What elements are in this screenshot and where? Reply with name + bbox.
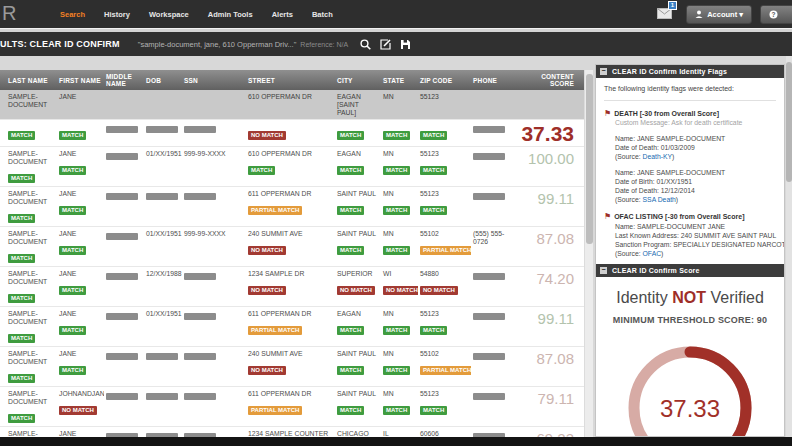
cell-value: 01/XX/1951 — [146, 150, 179, 158]
source-link[interactable]: Death-KY — [643, 153, 672, 160]
flag-detail-line: Date of Death: 01/03/2009 — [615, 143, 776, 152]
table-cell — [182, 430, 246, 437]
help-button[interactable]: ? — [760, 5, 792, 24]
cell-value: SAINT PAUL — [337, 390, 378, 398]
result-row[interactable]: SAMPLE-DOCUMENTMATCHJANEMATCH611 OPPERMA… — [0, 186, 584, 226]
result-row[interactable]: SAMPLE-DOCUMENTMATCHJANEMATCH12/XX/19881… — [0, 266, 584, 306]
table-cell — [104, 190, 144, 224]
match-badge: MATCH — [383, 166, 410, 175]
table-cell: SAINT PAULMATCH — [335, 390, 381, 424]
result-row[interactable]: SAMPLE-DOCUMENTMATCHJANEMATCH240 SUMMIT … — [0, 346, 584, 386]
redacted-value-bar — [146, 193, 178, 200]
table-cell — [144, 190, 182, 224]
nav-history[interactable]: History — [104, 10, 130, 19]
table-cell: 55123MATCH — [418, 390, 471, 424]
table-cell — [471, 270, 518, 304]
save-icon[interactable] — [400, 39, 411, 50]
overall-match-row[interactable]: MATCHMATCHNO MATCHMATCHMATCHMATCH37.33 — [0, 119, 584, 146]
collapse-icon[interactable]: − — [600, 68, 607, 75]
nav-admin-tools[interactable]: Admin Tools — [208, 10, 253, 19]
table-cell: JANEMATCH — [57, 270, 104, 304]
redacted-value-bar — [106, 353, 138, 360]
cell-value: 1234 SAMPLE COUNTER BLVD — [248, 430, 332, 437]
results-table: LAST NAME FIRST NAME MIDDLE NAME DOB SSN… — [0, 70, 584, 437]
table-scrollbar[interactable] — [584, 70, 593, 437]
match-badge: MATCH — [383, 366, 410, 375]
col-zip-code: ZIP CODE — [418, 77, 471, 84]
redacted-value-bar — [184, 193, 216, 200]
table-scrollbar-thumb[interactable] — [586, 74, 593, 244]
table-cell: 611 OPPERMAN DRPARTIAL MATCH — [246, 190, 335, 224]
messages-button[interactable]: 1 — [657, 5, 672, 23]
col-dob: DOB — [144, 77, 182, 84]
table-cell — [471, 310, 518, 344]
table-cell — [471, 430, 518, 437]
panel-scrollbar[interactable] — [786, 56, 792, 437]
table-cell: 01/XX/1951 — [144, 230, 182, 264]
cell-value: MN — [383, 310, 415, 318]
nav-batch[interactable]: Batch — [312, 10, 333, 19]
cell-value: MN — [383, 150, 415, 158]
panel-scrollbar-thumb[interactable] — [786, 62, 792, 182]
table-cell: 54880NO MATCH — [418, 270, 471, 304]
result-row[interactable]: SAMPLE-DOCUMENTMATCHJANEMATCH01/XX/19519… — [0, 146, 584, 186]
source-link[interactable]: SSA Death — [643, 196, 676, 203]
redacted-value-bar — [473, 153, 505, 160]
cell-value: JANE — [59, 350, 101, 358]
redacted-value-bar — [146, 353, 178, 360]
cell-value: SAINT PAUL — [337, 350, 378, 358]
search-icon[interactable] — [360, 39, 371, 50]
nav-search[interactable]: Search — [60, 10, 85, 19]
table-cell — [471, 123, 518, 144]
source-line: (Source: OFAC) — [615, 249, 776, 258]
identity-verdict: Identity NOT Verified — [596, 289, 784, 307]
match-badge: MATCH — [59, 206, 86, 215]
result-row[interactable]: SAMPLE-DOCUMENTMATCHJANEMATCH01/XX/19516… — [0, 306, 584, 346]
result-row[interactable]: SAMPLE-DOCUMENTMATCHJANEMATCH1234 SAMPLE… — [0, 426, 584, 437]
content-score-value: 69.23 — [518, 430, 584, 437]
cell-value: 610 OPPERMAN DR — [248, 150, 332, 158]
redacted-value-bar — [106, 233, 138, 240]
table-cell: SAMPLE-DOCUMENTMATCH — [0, 230, 57, 264]
col-content-score: CONTENT SCORE — [518, 73, 584, 87]
death-entry-1: Name: JANE SAMPLE-DOCUMENT Date of Death… — [615, 134, 776, 161]
table-cell: 55102PARTIAL MATCH — [418, 350, 471, 384]
flags-intro-text: The following identity flags were detect… — [604, 85, 776, 101]
cell-value: 240 SUMMIT AVE — [248, 230, 332, 238]
nav-alerts[interactable]: Alerts — [272, 10, 293, 19]
query-state: MN — [383, 93, 415, 101]
collapse-icon[interactable]: − — [600, 267, 607, 274]
cell-value: 55123 — [420, 190, 468, 198]
table-header-row: LAST NAME FIRST NAME MIDDLE NAME DOB SSN… — [0, 70, 584, 90]
edit-icon[interactable] — [380, 39, 391, 50]
table-cell: MATCH — [418, 123, 471, 144]
source-link[interactable]: OFAC — [643, 250, 662, 257]
redacted-value-bar — [473, 353, 505, 360]
table-cell: JANEMATCH — [57, 190, 104, 224]
account-button[interactable]: Account ▾ — [686, 5, 752, 24]
cell-value: SAINT PAUL — [337, 190, 378, 198]
match-badge: NO MATCH — [337, 286, 375, 295]
redacted-value-bar — [473, 273, 505, 280]
table-cell: 999-99-XXXX — [182, 150, 246, 184]
flag-icon: ⚑ — [604, 213, 611, 221]
query-first-name: JANE — [59, 93, 101, 101]
nav-right-cluster: 1 Account ▾ ? — [657, 0, 792, 28]
table-cell: JANEMATCH — [57, 230, 104, 264]
table-cell — [104, 350, 144, 384]
table-cell — [104, 123, 144, 144]
cell-value: 611 OPPERMAN DR — [248, 390, 332, 398]
top-navigation-bar: R Search History Workspace Admin Tools A… — [0, 0, 792, 28]
match-badge: MATCH — [8, 214, 35, 223]
result-row[interactable]: SAMPLE-DOCUMENTMATCHJOHNANDJANENO MATCH6… — [0, 386, 584, 426]
match-badge: PARTIAL MATCH — [248, 326, 302, 335]
result-row[interactable]: SAMPLE-DOCUMENTMATCHJANEMATCH01/XX/19519… — [0, 226, 584, 266]
table-cell: 60606NO MATCH — [418, 430, 471, 437]
query-last-name: SAMPLE-DOCUMENT — [8, 93, 54, 109]
table-cell: (555) 555-0726 — [471, 230, 518, 264]
nav-workspace[interactable]: Workspace — [149, 10, 189, 19]
cell-value: EAGAN — [337, 310, 378, 318]
query-criteria-row: SAMPLE-DOCUMENT JANE 610 OPPERMAN DR EAG… — [0, 90, 584, 119]
redacted-value-bar — [184, 126, 216, 133]
death-flag-title: DEATH [-30 from Overall Score] — [614, 110, 719, 117]
